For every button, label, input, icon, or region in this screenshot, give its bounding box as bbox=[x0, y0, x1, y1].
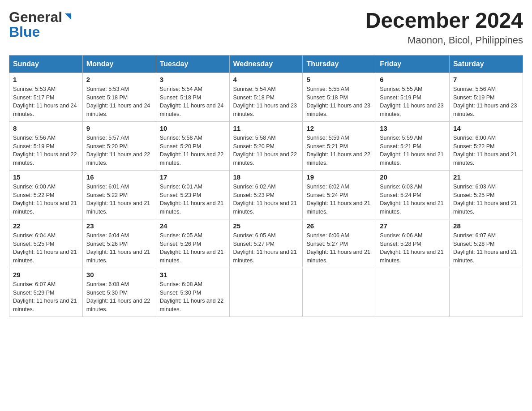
day-info: Sunrise: 5:56 AMSunset: 5:19 PMDaylight:… bbox=[453, 85, 519, 119]
calendar-cell: 19Sunrise: 6:02 AMSunset: 5:24 PMDayligh… bbox=[303, 170, 376, 219]
day-number: 30 bbox=[86, 271, 152, 278]
day-number: 8 bbox=[13, 124, 79, 132]
day-number: 13 bbox=[380, 124, 446, 132]
calendar-cell: 23Sunrise: 6:04 AMSunset: 5:26 PMDayligh… bbox=[82, 219, 156, 268]
weekday-header-row: SundayMondayTuesdayWednesdayThursdayFrid… bbox=[9, 55, 523, 73]
calendar-cell: 15Sunrise: 6:00 AMSunset: 5:22 PMDayligh… bbox=[9, 170, 83, 219]
calendar-cell bbox=[376, 268, 450, 317]
calendar-cell: 21Sunrise: 6:03 AMSunset: 5:25 PMDayligh… bbox=[450, 170, 523, 219]
day-info: Sunrise: 5:54 AMSunset: 5:18 PMDaylight:… bbox=[160, 85, 226, 119]
weekday-header-monday: Monday bbox=[82, 55, 156, 73]
day-number: 22 bbox=[13, 222, 79, 230]
svg-marker-0 bbox=[65, 13, 71, 20]
day-info: Sunrise: 5:59 AMSunset: 5:21 PMDaylight:… bbox=[380, 134, 446, 167]
day-number: 27 bbox=[380, 222, 446, 230]
day-number: 21 bbox=[453, 173, 519, 181]
day-number: 20 bbox=[380, 173, 446, 181]
calendar-cell: 10Sunrise: 5:58 AMSunset: 5:20 PMDayligh… bbox=[156, 121, 229, 170]
calendar-cell: 29Sunrise: 6:07 AMSunset: 5:29 PMDayligh… bbox=[9, 268, 83, 317]
calendar-cell bbox=[450, 268, 523, 317]
calendar-cell: 17Sunrise: 6:01 AMSunset: 5:23 PMDayligh… bbox=[156, 170, 229, 219]
day-info: Sunrise: 6:08 AMSunset: 5:30 PMDaylight:… bbox=[160, 280, 226, 314]
calendar-cell: 7Sunrise: 5:56 AMSunset: 5:19 PMDaylight… bbox=[450, 73, 523, 121]
day-number: 7 bbox=[453, 76, 519, 83]
day-info: Sunrise: 5:58 AMSunset: 5:20 PMDaylight:… bbox=[233, 134, 299, 167]
day-info: Sunrise: 6:06 AMSunset: 5:27 PMDaylight:… bbox=[306, 231, 372, 265]
calendar-cell bbox=[229, 268, 303, 317]
calendar-cell: 28Sunrise: 6:07 AMSunset: 5:28 PMDayligh… bbox=[450, 219, 523, 268]
logo-blue-text: Blue bbox=[9, 24, 40, 40]
day-number: 2 bbox=[86, 76, 152, 83]
day-info: Sunrise: 5:54 AMSunset: 5:18 PMDaylight:… bbox=[233, 85, 299, 119]
weekday-header-sunday: Sunday bbox=[9, 55, 83, 73]
day-info: Sunrise: 5:55 AMSunset: 5:18 PMDaylight:… bbox=[306, 85, 372, 119]
day-number: 18 bbox=[233, 173, 299, 181]
week-row-2: 8Sunrise: 5:56 AMSunset: 5:19 PMDaylight… bbox=[9, 121, 523, 170]
calendar-cell: 14Sunrise: 6:00 AMSunset: 5:22 PMDayligh… bbox=[450, 121, 523, 170]
calendar-cell: 11Sunrise: 5:58 AMSunset: 5:20 PMDayligh… bbox=[229, 121, 303, 170]
weekday-header-friday: Friday bbox=[376, 55, 450, 73]
calendar-cell: 13Sunrise: 5:59 AMSunset: 5:21 PMDayligh… bbox=[376, 121, 450, 170]
day-number: 10 bbox=[160, 124, 226, 132]
week-row-1: 1Sunrise: 5:53 AMSunset: 5:17 PMDaylight… bbox=[9, 73, 523, 121]
day-number: 14 bbox=[453, 124, 519, 132]
day-number: 3 bbox=[160, 76, 226, 83]
calendar-cell: 24Sunrise: 6:05 AMSunset: 5:26 PMDayligh… bbox=[156, 219, 229, 268]
day-info: Sunrise: 6:08 AMSunset: 5:30 PMDaylight:… bbox=[86, 280, 152, 314]
calendar-cell: 2Sunrise: 5:53 AMSunset: 5:18 PMDaylight… bbox=[82, 73, 156, 121]
day-number: 11 bbox=[233, 124, 299, 132]
day-info: Sunrise: 5:59 AMSunset: 5:21 PMDaylight:… bbox=[306, 134, 372, 167]
day-number: 28 bbox=[453, 222, 519, 230]
logo-general-text: General bbox=[9, 9, 62, 26]
day-info: Sunrise: 5:56 AMSunset: 5:19 PMDaylight:… bbox=[13, 134, 79, 167]
calendar-cell: 20Sunrise: 6:03 AMSunset: 5:24 PMDayligh… bbox=[376, 170, 450, 219]
weekday-header-tuesday: Tuesday bbox=[156, 55, 229, 73]
calendar-cell: 9Sunrise: 5:57 AMSunset: 5:20 PMDaylight… bbox=[82, 121, 156, 170]
week-row-3: 15Sunrise: 6:00 AMSunset: 5:22 PMDayligh… bbox=[9, 170, 523, 219]
day-info: Sunrise: 6:07 AMSunset: 5:29 PMDaylight:… bbox=[13, 280, 79, 314]
calendar-cell: 1Sunrise: 5:53 AMSunset: 5:17 PMDaylight… bbox=[9, 73, 83, 121]
location-title: Maonon, Bicol, Philippines bbox=[365, 34, 523, 46]
weekday-header-wednesday: Wednesday bbox=[229, 55, 303, 73]
day-number: 23 bbox=[86, 222, 152, 230]
day-number: 4 bbox=[233, 76, 299, 83]
calendar-cell: 22Sunrise: 6:04 AMSunset: 5:25 PMDayligh… bbox=[9, 219, 83, 268]
day-info: Sunrise: 5:55 AMSunset: 5:19 PMDaylight:… bbox=[380, 85, 446, 119]
calendar-cell: 31Sunrise: 6:08 AMSunset: 5:30 PMDayligh… bbox=[156, 268, 229, 317]
weekday-header-thursday: Thursday bbox=[303, 55, 376, 73]
day-number: 9 bbox=[86, 124, 152, 132]
calendar-cell: 25Sunrise: 6:05 AMSunset: 5:27 PMDayligh… bbox=[229, 219, 303, 268]
day-info: Sunrise: 6:04 AMSunset: 5:25 PMDaylight:… bbox=[13, 231, 79, 265]
logo-triangle-icon bbox=[63, 12, 73, 21]
day-info: Sunrise: 6:01 AMSunset: 5:23 PMDaylight:… bbox=[160, 183, 226, 216]
day-info: Sunrise: 6:00 AMSunset: 5:22 PMDaylight:… bbox=[13, 183, 79, 216]
calendar-cell: 18Sunrise: 6:02 AMSunset: 5:23 PMDayligh… bbox=[229, 170, 303, 219]
calendar-cell: 27Sunrise: 6:06 AMSunset: 5:28 PMDayligh… bbox=[376, 219, 450, 268]
title-section: December 2024 Maonon, Bicol, Philippines bbox=[365, 9, 523, 46]
day-number: 24 bbox=[160, 222, 226, 230]
page-header: General Blue December 2024 Maonon, Bicol… bbox=[9, 9, 523, 46]
day-info: Sunrise: 6:04 AMSunset: 5:26 PMDaylight:… bbox=[86, 231, 152, 265]
calendar-table: SundayMondayTuesdayWednesdayThursdayFrid… bbox=[9, 55, 523, 317]
day-info: Sunrise: 6:01 AMSunset: 5:22 PMDaylight:… bbox=[86, 183, 152, 216]
week-row-5: 29Sunrise: 6:07 AMSunset: 5:29 PMDayligh… bbox=[9, 268, 523, 317]
day-number: 1 bbox=[13, 76, 79, 83]
logo: General Blue bbox=[9, 9, 73, 40]
day-info: Sunrise: 6:02 AMSunset: 5:24 PMDaylight:… bbox=[306, 183, 372, 216]
day-number: 17 bbox=[160, 173, 226, 181]
calendar-cell: 16Sunrise: 6:01 AMSunset: 5:22 PMDayligh… bbox=[82, 170, 156, 219]
day-info: Sunrise: 6:05 AMSunset: 5:26 PMDaylight:… bbox=[160, 231, 226, 265]
day-number: 12 bbox=[306, 124, 372, 132]
day-info: Sunrise: 6:03 AMSunset: 5:24 PMDaylight:… bbox=[380, 183, 446, 216]
day-info: Sunrise: 6:00 AMSunset: 5:22 PMDaylight:… bbox=[453, 134, 519, 167]
calendar-cell: 4Sunrise: 5:54 AMSunset: 5:18 PMDaylight… bbox=[229, 73, 303, 121]
day-number: 16 bbox=[86, 173, 152, 181]
day-info: Sunrise: 5:53 AMSunset: 5:18 PMDaylight:… bbox=[86, 85, 152, 119]
calendar-cell: 5Sunrise: 5:55 AMSunset: 5:18 PMDaylight… bbox=[303, 73, 376, 121]
day-number: 19 bbox=[306, 173, 372, 181]
day-number: 29 bbox=[13, 271, 79, 278]
week-row-4: 22Sunrise: 6:04 AMSunset: 5:25 PMDayligh… bbox=[9, 219, 523, 268]
day-info: Sunrise: 5:57 AMSunset: 5:20 PMDaylight:… bbox=[86, 134, 152, 167]
calendar-cell: 3Sunrise: 5:54 AMSunset: 5:18 PMDaylight… bbox=[156, 73, 229, 121]
calendar-cell: 30Sunrise: 6:08 AMSunset: 5:30 PMDayligh… bbox=[82, 268, 156, 317]
